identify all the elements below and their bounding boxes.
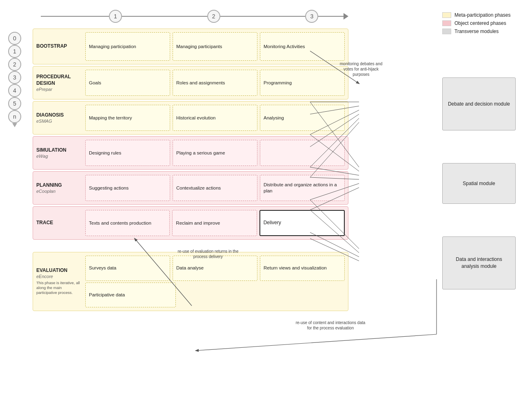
cell-analysing: Analysing [260,105,345,131]
module-spatial: Spatial module [442,163,516,204]
phase-number-3: 3 [305,10,318,23]
section-diagnosis: DIAGNOSIS eSMAG Mapping the territory Hi… [33,101,348,135]
section-planning: PLANNING eCooplan Suggesting actions Con… [33,171,348,205]
row-label-4: 4 [8,84,21,97]
section-title-trace: TRACE [36,210,85,236]
cells-bootstrap: Managing participation Managing particip… [85,32,345,61]
row-label-3: 3 [8,71,21,84]
row-label-n: n [8,110,21,123]
cell-suggesting-actions: Suggesting actions [85,175,170,201]
legend-label-meta: Meta-participation phases [454,12,510,18]
legend-label-object: Object centered phases [454,20,506,26]
section-title-diagnosis: DIAGNOSIS eSMAG [36,105,85,131]
cell-designing-rules: Designing rules [85,140,170,166]
row-labels: 0 1 2 3 4 5 n [8,29,29,385]
cell-surveys-data: Surveys data [85,256,170,281]
phase-number-1: 1 [109,10,122,23]
cell-sim-empty [260,140,345,166]
cell-goals: Goals [85,70,170,96]
modules-spacer-mid [442,130,516,163]
cells-evaluation: Surveys data Data analyse Return views a… [85,256,345,307]
grid-area: BOOTSTRAP Managing participation Managin… [33,29,348,385]
cell-return-views: Return views and visualization [260,256,345,281]
cells-simulation: Designing rules Playing a serious game [85,140,345,166]
annotation-reuse-content: re-use of content and interactions data … [294,320,367,331]
module-debate-decision: Debate and decision module [442,77,516,130]
cell-playing-serious-game: Playing a serious game [173,140,257,166]
phase-line-end [318,16,344,17]
cell-programming: Programming [260,70,345,96]
phase-line-1 [122,16,207,17]
cell-monitoring-activities: Monitoring Activities [260,32,345,61]
cell-data-analyse: Data analyse [173,256,257,281]
row-label-0: 0 [8,32,21,45]
section-title-evaluation: EVALUATION eEncore This phase is iterati… [36,256,85,307]
modules-spacer-top [442,29,516,77]
section-title-procedural: PROCEDURAL DESIGN ePrepar [36,70,85,96]
cells-trace: Texts and contents production Reclaim an… [85,210,345,236]
legend-color-meta [442,12,451,18]
modules-area: Debate and decision module Spatial modul… [442,29,516,289]
cell-mapping-territory: Mapping the territory [85,105,170,131]
annotation-reuse-evaluation: re-use of evaluation returns in the proc… [171,249,245,259]
cell-historical-evolution: Historical evolution [173,105,257,131]
module-data-interactions: Data and interactions analysis module [442,236,516,289]
cell-contextualize-actions: Contextualize actions [173,175,257,201]
section-title-simulation: SIMULATION eWag [36,140,85,166]
phase-line-start [41,16,109,17]
cell-managing-participants: Managing participants [173,32,257,61]
cell-participative-data: Participative data [85,283,176,308]
row-label-1: 1 [8,45,21,58]
phase-header: 1 2 3 [41,8,348,24]
annotation-monitoring: monitoring debates and votes for anti-hi… [335,61,388,77]
cell-roles-assignments: Roles and assignments [173,70,257,96]
section-simulation: SIMULATION eWag Designing rules Playing … [33,136,348,170]
section-title-planning: PLANNING eCooplan [36,175,85,201]
phase-arrow [344,13,348,20]
section-procedural-design: PROCEDURAL DESIGN ePrepar Goals Roles an… [33,66,348,99]
section-bootstrap: BOOTSTRAP Managing participation Managin… [33,29,348,64]
cell-managing-participation: Managing participation [85,32,170,61]
section-evaluation: EVALUATION eEncore This phase is iterati… [33,252,348,311]
legend-color-object [442,20,451,26]
row-label-2: 2 [8,58,21,71]
cell-texts-contents: Texts and contents production [85,210,170,236]
cells-diagnosis: Mapping the territory Historical evoluti… [85,105,345,131]
cell-reclaim-improve: Reclaim and improve [172,210,257,236]
legend-item-meta: Meta-participation phases [442,12,524,18]
legend-item-object: Object centered phases [442,20,524,26]
cells-procedural: Goals Roles and assignments Programming [85,70,345,96]
phase-number-2: 2 [207,10,220,23]
cells-planning: Suggesting actions Contextualize actions… [85,175,345,201]
phase-line-2 [220,16,306,17]
section-trace: TRACE Texts and contents production Recl… [33,206,348,240]
cell-eval-spacer [178,283,345,308]
row-arrow [12,123,17,127]
cell-delivery: Delivery [259,210,345,236]
section-title-bootstrap: BOOTSTRAP [36,32,85,61]
modules-spacer-mid2 [442,204,516,236]
row-label-5: 5 [8,97,21,110]
cell-distribute-organize: Distribute and organize actions in a pla… [260,175,345,201]
